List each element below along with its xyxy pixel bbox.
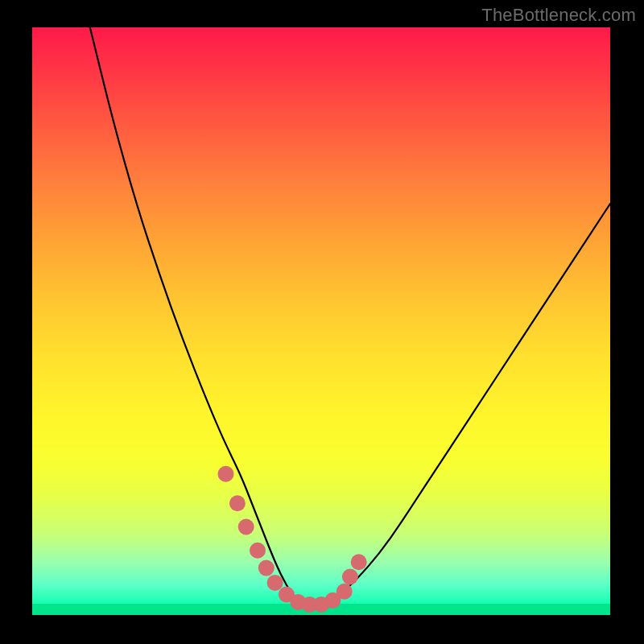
marker-dot <box>351 554 367 570</box>
plot-area <box>32 27 610 615</box>
marker-dot <box>250 543 266 559</box>
bottleneck-curve <box>90 27 610 603</box>
curve-svg <box>32 27 610 615</box>
marker-dot <box>218 466 234 482</box>
marker-dot <box>336 584 353 600</box>
marker-dot <box>267 575 283 591</box>
watermark-text: TheBottleneck.com <box>481 5 636 26</box>
marker-dot <box>342 569 358 585</box>
marker-dot <box>229 495 246 511</box>
marker-dot <box>258 560 275 576</box>
chart-frame: TheBottleneck.com <box>0 0 644 644</box>
marker-group <box>218 466 367 613</box>
marker-dot <box>238 519 254 535</box>
